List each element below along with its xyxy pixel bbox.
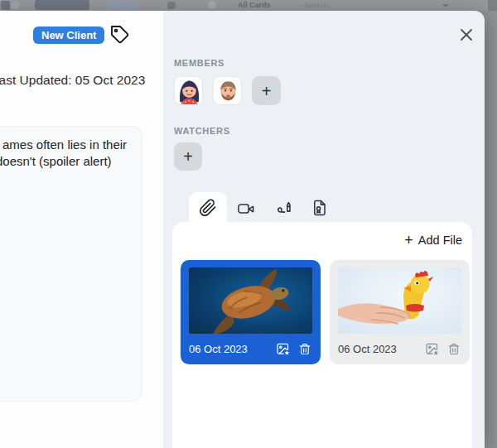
add-file-label: Add File (418, 234, 462, 247)
tab-attachments paperclip-icon[interactable] (199, 199, 217, 217)
file-card-selected[interactable]: 06 Oct 2023 (181, 260, 321, 364)
members-label: MEMBERS (174, 58, 224, 68)
link-icon-blur (167, 2, 176, 9)
member-avatar-woman[interactable] (174, 76, 203, 105)
description-line: ames often lies in their (2, 137, 133, 153)
view-button-blur (108, 1, 136, 10)
tab-signatures signature-pen-icon[interactable] (275, 199, 293, 217)
set-cover-image-icon[interactable] (425, 342, 439, 356)
last-updated-text: Last Updated: 05 Oct 2023 (0, 73, 145, 88)
description-line: doesn't (spoiler alert) (0, 153, 133, 170)
attachment-thumbnail-chicken[interactable] (338, 267, 461, 334)
all-cards-label: All Cards (238, 1, 271, 10)
tag-icon[interactable] (110, 25, 130, 45)
board-button-blur (35, 0, 89, 10)
app-logo-blur (1, 1, 10, 10)
search-placeholder: Search... (304, 1, 334, 10)
menu-icon-blur (12, 2, 19, 9)
toolbar-right-block-blur (488, 0, 497, 11)
card-sidebar-panel: MEMBERS (163, 11, 485, 448)
background-toolbar: All Cards Search... (0, 0, 497, 11)
add-watcher-button[interactable]: + (174, 142, 202, 171)
plus-icon: + (404, 233, 413, 248)
member-avatar-man[interactable] (213, 76, 242, 105)
chevron-down-icon (442, 4, 449, 7)
add-file-button[interactable]: + Add File (404, 233, 462, 248)
card-description-box[interactable]: ames often lies in their doesn't (spoile… (0, 126, 142, 402)
trash-icon[interactable] (447, 342, 461, 356)
file-date: 06 Oct 2023 (338, 343, 397, 355)
attachments-panel: + Add File (172, 222, 472, 448)
attachment-thumbnail-turtle[interactable] (189, 267, 312, 334)
screen: All Cards Search... New Client Last Upda… (0, 0, 497, 448)
tab-contracts certified-document-icon[interactable] (311, 199, 329, 217)
trash-icon[interactable] (298, 342, 312, 356)
client-label-badge[interactable]: New Client (33, 26, 104, 44)
tab-videos video-camera-icon[interactable] (237, 200, 255, 218)
add-member-button[interactable]: + (252, 76, 281, 105)
user-avatar-blur (208, 1, 216, 9)
card-detail-modal: New Client Last Updated: 05 Oct 2023 ame… (0, 11, 485, 448)
close-icon[interactable] (457, 26, 475, 44)
file-card[interactable]: 06 Oct 2023 (330, 260, 470, 364)
set-cover-image-icon[interactable] (276, 342, 290, 356)
watchers-label: WATCHERS (174, 126, 230, 136)
file-date: 06 Oct 2023 (189, 343, 248, 355)
card-main-section: New Client Last Updated: 05 Oct 2023 ame… (0, 11, 163, 448)
